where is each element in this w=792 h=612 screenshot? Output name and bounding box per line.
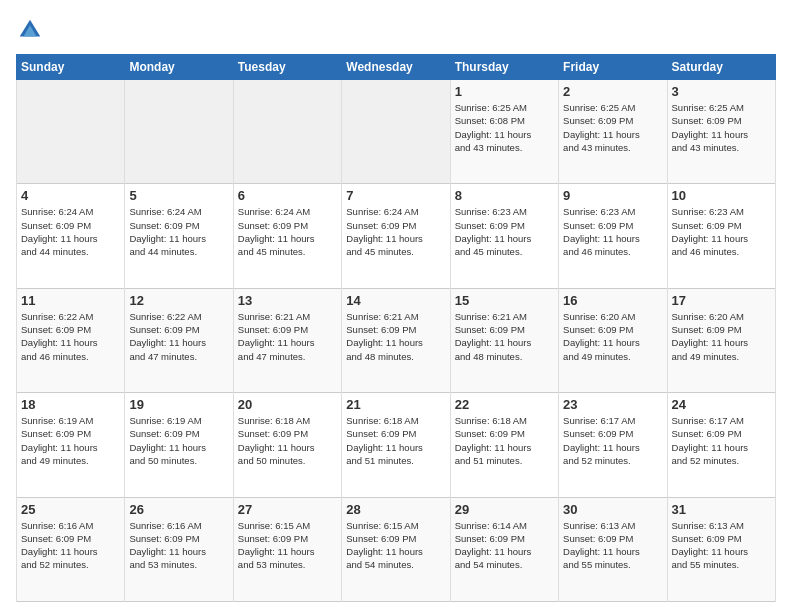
day-number: 14 bbox=[346, 293, 445, 308]
calendar-cell: 6Sunrise: 6:24 AM Sunset: 6:09 PM Daylig… bbox=[233, 184, 341, 288]
day-number: 26 bbox=[129, 502, 228, 517]
day-number: 4 bbox=[21, 188, 120, 203]
day-info: Sunrise: 6:25 AM Sunset: 6:09 PM Dayligh… bbox=[563, 101, 662, 154]
day-info: Sunrise: 6:16 AM Sunset: 6:09 PM Dayligh… bbox=[21, 519, 120, 572]
calendar-cell: 29Sunrise: 6:14 AM Sunset: 6:09 PM Dayli… bbox=[450, 497, 558, 601]
day-of-week-header: Wednesday bbox=[342, 55, 450, 80]
calendar-cell: 15Sunrise: 6:21 AM Sunset: 6:09 PM Dayli… bbox=[450, 288, 558, 392]
calendar-header: SundayMondayTuesdayWednesdayThursdayFrid… bbox=[17, 55, 776, 80]
calendar-cell bbox=[125, 80, 233, 184]
day-number: 20 bbox=[238, 397, 337, 412]
calendar-cell: 27Sunrise: 6:15 AM Sunset: 6:09 PM Dayli… bbox=[233, 497, 341, 601]
day-info: Sunrise: 6:23 AM Sunset: 6:09 PM Dayligh… bbox=[672, 205, 771, 258]
calendar-week-row: 18Sunrise: 6:19 AM Sunset: 6:09 PM Dayli… bbox=[17, 393, 776, 497]
day-info: Sunrise: 6:13 AM Sunset: 6:09 PM Dayligh… bbox=[672, 519, 771, 572]
day-number: 23 bbox=[563, 397, 662, 412]
calendar-cell: 23Sunrise: 6:17 AM Sunset: 6:09 PM Dayli… bbox=[559, 393, 667, 497]
day-number: 25 bbox=[21, 502, 120, 517]
calendar-cell bbox=[233, 80, 341, 184]
day-info: Sunrise: 6:25 AM Sunset: 6:08 PM Dayligh… bbox=[455, 101, 554, 154]
logo-icon bbox=[16, 16, 44, 44]
day-of-week-header: Monday bbox=[125, 55, 233, 80]
day-of-week-header: Friday bbox=[559, 55, 667, 80]
day-number: 30 bbox=[563, 502, 662, 517]
day-info: Sunrise: 6:21 AM Sunset: 6:09 PM Dayligh… bbox=[455, 310, 554, 363]
day-of-week-header: Saturday bbox=[667, 55, 775, 80]
day-info: Sunrise: 6:18 AM Sunset: 6:09 PM Dayligh… bbox=[346, 414, 445, 467]
calendar-week-row: 1Sunrise: 6:25 AM Sunset: 6:08 PM Daylig… bbox=[17, 80, 776, 184]
day-info: Sunrise: 6:21 AM Sunset: 6:09 PM Dayligh… bbox=[238, 310, 337, 363]
day-info: Sunrise: 6:20 AM Sunset: 6:09 PM Dayligh… bbox=[672, 310, 771, 363]
day-number: 8 bbox=[455, 188, 554, 203]
day-number: 29 bbox=[455, 502, 554, 517]
calendar-cell: 19Sunrise: 6:19 AM Sunset: 6:09 PM Dayli… bbox=[125, 393, 233, 497]
day-of-week-header: Sunday bbox=[17, 55, 125, 80]
calendar-cell: 5Sunrise: 6:24 AM Sunset: 6:09 PM Daylig… bbox=[125, 184, 233, 288]
day-number: 31 bbox=[672, 502, 771, 517]
day-info: Sunrise: 6:18 AM Sunset: 6:09 PM Dayligh… bbox=[455, 414, 554, 467]
day-info: Sunrise: 6:15 AM Sunset: 6:09 PM Dayligh… bbox=[238, 519, 337, 572]
calendar-week-row: 11Sunrise: 6:22 AM Sunset: 6:09 PM Dayli… bbox=[17, 288, 776, 392]
day-number: 28 bbox=[346, 502, 445, 517]
calendar-cell: 14Sunrise: 6:21 AM Sunset: 6:09 PM Dayli… bbox=[342, 288, 450, 392]
calendar-cell: 10Sunrise: 6:23 AM Sunset: 6:09 PM Dayli… bbox=[667, 184, 775, 288]
calendar-cell: 12Sunrise: 6:22 AM Sunset: 6:09 PM Dayli… bbox=[125, 288, 233, 392]
calendar-cell: 2Sunrise: 6:25 AM Sunset: 6:09 PM Daylig… bbox=[559, 80, 667, 184]
calendar-cell: 4Sunrise: 6:24 AM Sunset: 6:09 PM Daylig… bbox=[17, 184, 125, 288]
day-number: 21 bbox=[346, 397, 445, 412]
calendar-cell: 17Sunrise: 6:20 AM Sunset: 6:09 PM Dayli… bbox=[667, 288, 775, 392]
calendar-cell bbox=[17, 80, 125, 184]
day-info: Sunrise: 6:17 AM Sunset: 6:09 PM Dayligh… bbox=[563, 414, 662, 467]
logo bbox=[16, 16, 48, 44]
day-number: 18 bbox=[21, 397, 120, 412]
day-info: Sunrise: 6:17 AM Sunset: 6:09 PM Dayligh… bbox=[672, 414, 771, 467]
calendar-cell: 11Sunrise: 6:22 AM Sunset: 6:09 PM Dayli… bbox=[17, 288, 125, 392]
day-info: Sunrise: 6:24 AM Sunset: 6:09 PM Dayligh… bbox=[129, 205, 228, 258]
day-info: Sunrise: 6:24 AM Sunset: 6:09 PM Dayligh… bbox=[238, 205, 337, 258]
day-number: 19 bbox=[129, 397, 228, 412]
day-number: 3 bbox=[672, 84, 771, 99]
day-of-week-header: Thursday bbox=[450, 55, 558, 80]
day-number: 15 bbox=[455, 293, 554, 308]
day-number: 2 bbox=[563, 84, 662, 99]
day-number: 12 bbox=[129, 293, 228, 308]
calendar-table: SundayMondayTuesdayWednesdayThursdayFrid… bbox=[16, 54, 776, 602]
day-number: 13 bbox=[238, 293, 337, 308]
day-info: Sunrise: 6:14 AM Sunset: 6:09 PM Dayligh… bbox=[455, 519, 554, 572]
calendar-cell: 13Sunrise: 6:21 AM Sunset: 6:09 PM Dayli… bbox=[233, 288, 341, 392]
calendar-cell: 24Sunrise: 6:17 AM Sunset: 6:09 PM Dayli… bbox=[667, 393, 775, 497]
day-number: 10 bbox=[672, 188, 771, 203]
day-number: 17 bbox=[672, 293, 771, 308]
day-number: 11 bbox=[21, 293, 120, 308]
calendar-cell: 9Sunrise: 6:23 AM Sunset: 6:09 PM Daylig… bbox=[559, 184, 667, 288]
day-number: 7 bbox=[346, 188, 445, 203]
calendar-cell: 7Sunrise: 6:24 AM Sunset: 6:09 PM Daylig… bbox=[342, 184, 450, 288]
calendar-cell: 1Sunrise: 6:25 AM Sunset: 6:08 PM Daylig… bbox=[450, 80, 558, 184]
day-info: Sunrise: 6:25 AM Sunset: 6:09 PM Dayligh… bbox=[672, 101, 771, 154]
day-number: 27 bbox=[238, 502, 337, 517]
calendar-cell: 25Sunrise: 6:16 AM Sunset: 6:09 PM Dayli… bbox=[17, 497, 125, 601]
days-of-week-row: SundayMondayTuesdayWednesdayThursdayFrid… bbox=[17, 55, 776, 80]
day-number: 9 bbox=[563, 188, 662, 203]
day-info: Sunrise: 6:24 AM Sunset: 6:09 PM Dayligh… bbox=[346, 205, 445, 258]
day-number: 6 bbox=[238, 188, 337, 203]
day-info: Sunrise: 6:18 AM Sunset: 6:09 PM Dayligh… bbox=[238, 414, 337, 467]
calendar-cell: 18Sunrise: 6:19 AM Sunset: 6:09 PM Dayli… bbox=[17, 393, 125, 497]
day-info: Sunrise: 6:21 AM Sunset: 6:09 PM Dayligh… bbox=[346, 310, 445, 363]
day-info: Sunrise: 6:19 AM Sunset: 6:09 PM Dayligh… bbox=[21, 414, 120, 467]
calendar-cell: 31Sunrise: 6:13 AM Sunset: 6:09 PM Dayli… bbox=[667, 497, 775, 601]
day-info: Sunrise: 6:22 AM Sunset: 6:09 PM Dayligh… bbox=[129, 310, 228, 363]
calendar-cell: 30Sunrise: 6:13 AM Sunset: 6:09 PM Dayli… bbox=[559, 497, 667, 601]
calendar-cell: 16Sunrise: 6:20 AM Sunset: 6:09 PM Dayli… bbox=[559, 288, 667, 392]
calendar-body: 1Sunrise: 6:25 AM Sunset: 6:08 PM Daylig… bbox=[17, 80, 776, 602]
calendar-cell: 26Sunrise: 6:16 AM Sunset: 6:09 PM Dayli… bbox=[125, 497, 233, 601]
calendar-cell bbox=[342, 80, 450, 184]
calendar-week-row: 25Sunrise: 6:16 AM Sunset: 6:09 PM Dayli… bbox=[17, 497, 776, 601]
day-number: 16 bbox=[563, 293, 662, 308]
calendar-cell: 20Sunrise: 6:18 AM Sunset: 6:09 PM Dayli… bbox=[233, 393, 341, 497]
header bbox=[16, 16, 776, 44]
day-of-week-header: Tuesday bbox=[233, 55, 341, 80]
calendar-cell: 21Sunrise: 6:18 AM Sunset: 6:09 PM Dayli… bbox=[342, 393, 450, 497]
day-number: 1 bbox=[455, 84, 554, 99]
day-number: 24 bbox=[672, 397, 771, 412]
